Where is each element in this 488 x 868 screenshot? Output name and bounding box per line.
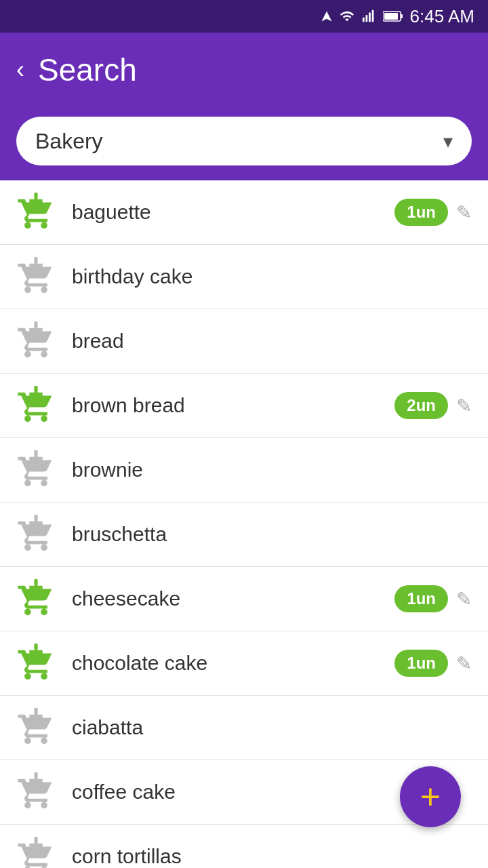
list-item[interactable]: corn tortillas — [0, 825, 488, 868]
list-item[interactable]: bread — [0, 309, 488, 374]
badge-group: 1un✎ — [394, 585, 472, 612]
status-time: 6:45 AM — [410, 6, 474, 27]
svg-rect-1 — [363, 18, 365, 22]
add-to-cart-icon[interactable] — [16, 579, 56, 618]
item-list: baguette1un✎ birthday cake bread brown b… — [0, 180, 488, 868]
list-item[interactable]: ciabatta — [0, 696, 488, 760]
list-item[interactable]: bruschetta — [0, 502, 488, 567]
item-name: brown bread — [72, 394, 394, 417]
quantity-badge: 1un — [394, 585, 448, 612]
svg-marker-0 — [321, 12, 331, 22]
list-item[interactable]: chocolate cake1un✎ — [0, 631, 488, 696]
badge-group: 1un✎ — [394, 199, 472, 226]
svg-rect-7 — [384, 13, 398, 20]
item-name: ciabatta — [72, 716, 472, 739]
list-item[interactable]: baguette1un✎ — [0, 180, 488, 245]
add-to-cart-icon[interactable] — [16, 515, 56, 554]
list-item[interactable]: brown bread2un✎ — [0, 374, 488, 438]
item-name: cheesecake — [72, 587, 394, 610]
item-name: corn tortillas — [72, 845, 472, 868]
item-name: chocolate cake — [72, 652, 394, 675]
edit-icon[interactable]: ✎ — [456, 588, 472, 610]
add-item-fab[interactable]: + — [400, 766, 461, 827]
quantity-badge: 1un — [394, 199, 448, 226]
add-to-cart-icon[interactable] — [16, 837, 56, 868]
list-item[interactable]: cheesecake1un✎ — [0, 567, 488, 631]
svg-rect-3 — [369, 13, 371, 22]
badge-group: 1un✎ — [394, 650, 472, 677]
svg-rect-4 — [371, 10, 373, 22]
quantity-badge: 1un — [394, 650, 448, 677]
edit-icon[interactable]: ✎ — [456, 395, 472, 417]
category-dropdown-value: Bakery — [35, 129, 103, 154]
add-to-cart-icon[interactable] — [16, 321, 56, 361]
plus-icon: + — [420, 779, 441, 814]
item-name: baguette — [72, 201, 394, 224]
search-bar-container: Bakery ▾ — [0, 107, 488, 180]
quantity-badge: 2un — [394, 392, 448, 419]
list-item[interactable]: birthday cake — [0, 245, 488, 309]
add-to-cart-icon[interactable] — [16, 193, 56, 232]
add-to-cart-icon[interactable] — [16, 386, 56, 425]
badge-group: 2un✎ — [394, 392, 472, 419]
list-item[interactable]: brownie — [0, 438, 488, 502]
status-bar: 6:45 AM — [0, 0, 488, 33]
item-name: birthday cake — [72, 265, 472, 288]
edit-icon[interactable]: ✎ — [456, 652, 472, 675]
page-title: Search — [38, 52, 137, 88]
status-icons — [321, 9, 403, 24]
edit-icon[interactable]: ✎ — [456, 201, 472, 224]
add-to-cart-icon[interactable] — [16, 708, 56, 747]
add-to-cart-icon[interactable] — [16, 257, 56, 296]
item-name: brownie — [72, 458, 472, 481]
item-name: bruschetta — [72, 523, 472, 546]
category-dropdown[interactable]: Bakery ▾ — [16, 117, 472, 165]
svg-rect-6 — [401, 14, 403, 18]
item-name: bread — [72, 330, 472, 353]
add-to-cart-icon[interactable] — [16, 450, 56, 490]
svg-rect-2 — [365, 15, 367, 22]
back-button[interactable]: ‹ — [16, 56, 24, 84]
chevron-down-icon: ▾ — [443, 130, 453, 153]
add-to-cart-icon[interactable] — [16, 644, 56, 683]
app-bar: ‹ Search — [0, 33, 488, 107]
add-to-cart-icon[interactable] — [16, 772, 56, 812]
